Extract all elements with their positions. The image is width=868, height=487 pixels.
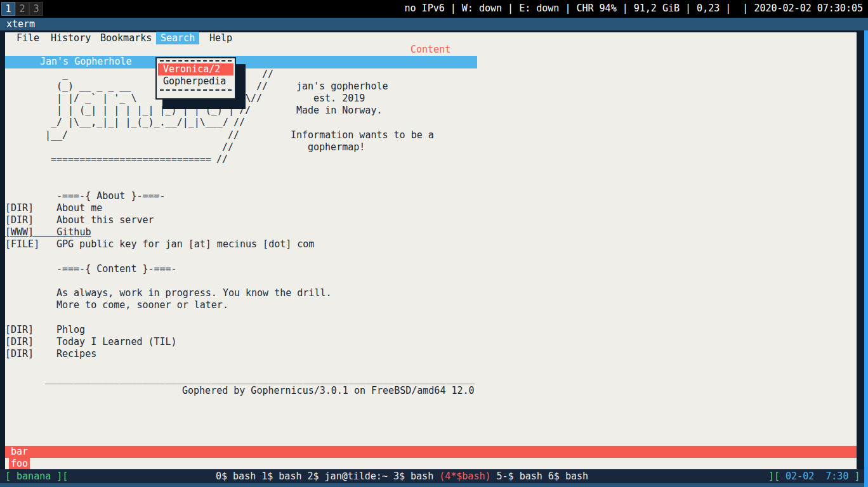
window-title: xterm — [6, 18, 35, 30]
terminal-text: // — [233, 117, 245, 129]
tmux-clock-part: ] — [848, 471, 860, 482]
terminal-text: // — [222, 141, 233, 153]
terminal-text: // — [228, 129, 239, 141]
terminal-text: ________________________________________… — [45, 373, 475, 385]
tmux-clock: ][ 02-02 7:30 ] — [768, 469, 860, 483]
terminal-text: jan's gopherhole — [296, 81, 388, 93]
terminal-text: ============================ — [51, 153, 211, 166]
tmux-statusbar: [ banana ][ 0$ bash 1$ bash 2$ jan@tilde… — [0, 469, 864, 483]
terminal-text: -===-{ Content }-===- — [56, 263, 177, 275]
screen: 123 no IPv6 | W: down | E: down | CHR 94… — [0, 0, 868, 487]
terminal-text: |__/ — [45, 129, 68, 141]
tmux-window-2[interactable]: 2$ jan@tilde:~ — [308, 471, 388, 482]
gopher-link-recipes[interactable]: Recipes — [56, 348, 96, 360]
dropdown-divider-top — [160, 60, 232, 62]
terminal-text: // — [256, 81, 268, 93]
tmux-clock-part — [814, 471, 825, 482]
terminal-text: _/ |\__,_|_| |_(_)_.__/|_|\___/ — [51, 117, 228, 129]
terminal-text: Made in Norway. — [296, 105, 382, 117]
terminal-text: // — [216, 153, 228, 166]
scrollbar[interactable] — [0, 30, 5, 483]
window-titlebar[interactable]: xterm — [0, 18, 868, 30]
red-bar-text: bar — [11, 446, 28, 458]
tmux-window-4[interactable]: (4*$bash) — [439, 471, 490, 482]
menu-bookmarks[interactable]: Bookmarks — [100, 32, 152, 44]
tmux-window-5[interactable]: 5-$ bash — [497, 471, 542, 482]
gopher-link-recipes-type[interactable]: [DIR] — [5, 348, 34, 360]
gopher-link-github[interactable]: [WWW] Github — [5, 226, 91, 238]
i3status-text: no IPv6 | W: down | E: down | CHR 94% | … — [405, 3, 863, 14]
menu-help[interactable]: Help — [209, 32, 232, 44]
terminal-text: gophermap! — [308, 141, 365, 153]
content-label: Content — [411, 44, 450, 56]
page-title: Jan's Gopherhole — [40, 56, 132, 68]
terminal-text: | |/ _` | '_ \ — [56, 93, 136, 105]
terminal-text: As always, work in progress. You know th… — [56, 287, 331, 299]
menubar: FileHistoryBookmarksSearchHelp — [0, 32, 852, 44]
gopher-link-til[interactable]: Today I Learned (TIL) — [56, 336, 177, 348]
tmux-clock-part: 02-02 — [786, 471, 814, 482]
i3bar: 123 no IPv6 | W: down | E: down | CHR 94… — [0, 0, 868, 18]
terminal-text: est. 2019 — [313, 93, 365, 105]
gopher-link-phlog[interactable]: Phlog — [56, 324, 85, 336]
terminal-text: _ — [62, 68, 68, 81]
dropdown-divider-bottom — [160, 89, 232, 91]
menu-history[interactable]: History — [51, 32, 91, 44]
terminal: FileHistoryBookmarksSearchHelp Content J… — [0, 30, 868, 483]
terminal-text: Information wants to be a — [291, 129, 434, 141]
menu-search[interactable]: Search — [156, 32, 199, 44]
workspace-button-3[interactable]: 3 — [29, 2, 43, 16]
gopher-link-til-type[interactable]: [DIR] — [5, 336, 34, 348]
tmux-window-0[interactable]: 0$ bash — [216, 471, 256, 482]
terminal-text: -===-{ About }-===- — [56, 190, 166, 202]
terminal-text: Gophered by Gophernicus/3.0.1 on FreeBSD… — [182, 385, 475, 397]
foo-highlight: foo — [9, 458, 30, 470]
gopher-link-gpg-type[interactable]: [FILE] — [5, 238, 39, 250]
tmux-window-3[interactable]: 3$ bash — [393, 471, 433, 482]
dropdown-item-gopherpedia[interactable]: Gopherpedia — [158, 75, 233, 88]
gopher-link-gpg[interactable]: GPG public key for jan [at] mecinus [dot… — [56, 238, 314, 250]
dropdown-item-veronica-2[interactable]: Veronica/2 — [158, 63, 233, 75]
tmux-clock-part: 7:30 — [825, 471, 848, 482]
gopher-link-about-server-type[interactable]: [DIR] — [5, 214, 34, 226]
terminal-text: (_) __ _ _ __ — [56, 81, 131, 93]
gopher-link-about-me[interactable]: About me — [56, 202, 102, 214]
gopher-link-phlog-type[interactable]: [DIR] — [5, 324, 34, 336]
tmux-clock-part: ][ — [768, 471, 786, 482]
search-dropdown-menu: Veronica/2Gopherpedia — [155, 57, 236, 100]
workspace-button-1[interactable]: 1 — [1, 2, 15, 16]
window-border-bottom — [0, 483, 864, 487]
workspace-button-2[interactable]: 2 — [15, 2, 29, 16]
tmux-window-1[interactable]: 1$ bash — [261, 471, 301, 482]
menu-file[interactable]: File — [16, 32, 39, 44]
tmux-window-list: 0$ bash 1$ bash 2$ jan@tilde:~ 3$ bash (… — [216, 469, 588, 483]
gopher-link-about-me-type[interactable]: [DIR] — [5, 202, 34, 214]
gopher-link-about-server[interactable]: About this server — [56, 214, 154, 226]
terminal-text: // — [262, 68, 273, 81]
tmux-session-name: [ banana ][ — [5, 469, 68, 483]
right-padding-strip — [857, 30, 864, 483]
terminal-text: // — [251, 93, 262, 105]
terminal-text: More to come, sooner or later. — [56, 299, 228, 311]
red-highlight-bar: bar — [5, 446, 857, 458]
window-border-indicator — [864, 30, 868, 487]
tmux-window-6[interactable]: 6$ bash — [548, 471, 588, 482]
